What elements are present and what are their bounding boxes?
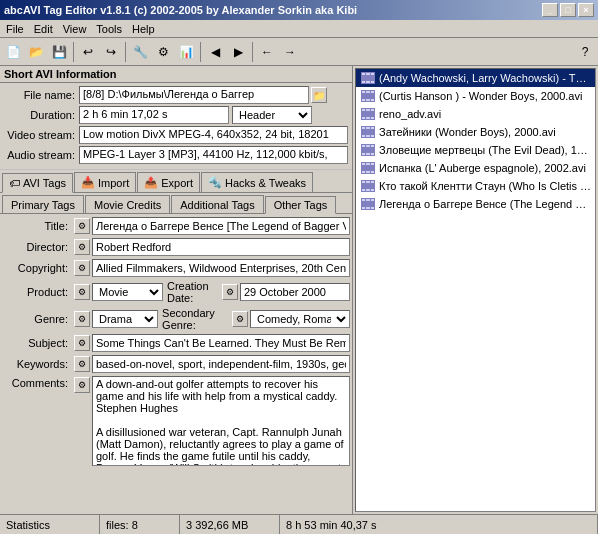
director-input[interactable] <box>92 238 350 256</box>
subtab-primary[interactable]: Primary Tags <box>2 195 84 213</box>
svg-rect-24 <box>371 127 374 129</box>
tool3-button[interactable]: 📊 <box>175 41 197 63</box>
svg-rect-41 <box>371 171 374 173</box>
arrow-right-button[interactable]: → <box>279 41 301 63</box>
genre-select[interactable]: Drama <box>92 310 158 328</box>
film-icon <box>360 125 376 139</box>
open-button[interactable]: 📂 <box>25 41 47 63</box>
list-item[interactable]: (Andy Wachowski, Larry Wachowski) - The … <box>356 69 595 87</box>
svg-rect-11 <box>362 99 365 101</box>
maximize-button[interactable]: □ <box>560 3 576 17</box>
list-item[interactable]: Легенда о Баггере Венсе (The Legend of B… <box>356 195 595 213</box>
toolbar: 📄 📂 💾 ↩ ↪ 🔧 ⚙ 📊 ◀ ▶ ← → ? <box>0 38 598 66</box>
comments-input[interactable] <box>92 376 350 466</box>
window-controls[interactable]: _ □ × <box>542 3 594 17</box>
creation-date-input[interactable] <box>240 283 350 301</box>
copyright-icon-btn[interactable]: ⚙ <box>74 260 90 276</box>
tab-export[interactable]: 📤 Export <box>137 172 200 192</box>
secondary-genre-select[interactable]: Comedy, Romance <box>250 310 350 328</box>
tab-hacks[interactable]: 🔩 Hacks & Tweaks <box>201 172 313 192</box>
subject-icon-btn[interactable]: ⚙ <box>74 335 90 351</box>
director-icon-btn[interactable]: ⚙ <box>74 239 90 255</box>
close-button[interactable]: × <box>578 3 594 17</box>
menu-edit[interactable]: Edit <box>30 22 57 36</box>
subtab-credits[interactable]: Movie Credits <box>85 195 170 213</box>
redo-button[interactable]: ↪ <box>100 41 122 63</box>
comments-label: Comments: <box>2 376 72 389</box>
left-panel: Short AVI Information File name: [8/8] D… <box>0 66 353 514</box>
copyright-row: Copyright: ⚙ <box>2 259 350 277</box>
product-select[interactable]: Movie TV Show <box>92 283 163 301</box>
film-icon <box>360 179 376 193</box>
sec-genre-icon-btn[interactable]: ⚙ <box>232 311 248 327</box>
film-icon <box>360 161 376 175</box>
keywords-label: Keywords: <box>2 358 72 370</box>
audio-row: Audio stream: MPEG-1 Layer 3 [MP3], 4410… <box>4 146 348 164</box>
list-item[interactable]: (Curtis Hanson ) - Wonder Boys, 2000.avi <box>356 87 595 105</box>
subtab-bar: Primary Tags Movie Credits Additional Ta… <box>0 193 352 214</box>
undo-button[interactable]: ↩ <box>77 41 99 63</box>
subject-input[interactable] <box>92 334 350 352</box>
svg-rect-27 <box>371 135 374 137</box>
title-icon-btn[interactable]: ⚙ <box>74 218 90 234</box>
comments-icon-btn[interactable]: ⚙ <box>74 377 90 393</box>
svg-rect-40 <box>366 171 370 173</box>
list-item[interactable]: Кто такой Клентти Стаун (Who Is Cletis T… <box>356 177 595 195</box>
title-input[interactable] <box>92 217 350 235</box>
nav-prev-button[interactable]: ◀ <box>204 41 226 63</box>
help-button[interactable]: ? <box>574 41 596 63</box>
svg-rect-8 <box>362 91 365 93</box>
minimize-button[interactable]: _ <box>542 3 558 17</box>
tab-import[interactable]: 📥 Import <box>74 172 136 192</box>
file-browse-button[interactable]: 📁 <box>311 87 327 103</box>
menu-tools[interactable]: Tools <box>92 22 126 36</box>
avi-info-group: File name: [8/8] D:\Фильмы\Легенда о Баг… <box>0 83 352 170</box>
toolbar-sep2 <box>125 42 126 62</box>
product-date-row: Product: ⚙ Movie TV Show Creation Date: … <box>2 280 350 304</box>
menu-view[interactable]: View <box>59 22 91 36</box>
date-icon-btn[interactable]: ⚙ <box>222 284 238 300</box>
list-item-label: (Curtis Hanson ) - Wonder Boys, 2000.avi <box>379 90 582 102</box>
tool1-button[interactable]: 🔧 <box>129 41 151 63</box>
tab-avi-tags[interactable]: 🏷 AVI Tags <box>2 173 73 193</box>
product-icon-btn[interactable]: ⚙ <box>74 284 90 300</box>
product-label: Product: <box>2 286 72 298</box>
form-area: Title: ⚙ Director: ⚙ Copyright: ⚙ Produc… <box>0 214 352 472</box>
files-label: files: 8 <box>106 519 138 531</box>
video-row: Video stream: Low motion DivX MPEG-4, 64… <box>4 126 348 144</box>
nav-next-button[interactable]: ▶ <box>227 41 249 63</box>
genre-row: Genre: ⚙ Drama Secondary Genre: ⚙ Comedy… <box>2 307 350 331</box>
list-item[interactable]: Зловещие мертвецы (The Evil Dead), 1981.… <box>356 141 595 159</box>
menu-help[interactable]: Help <box>128 22 159 36</box>
svg-rect-29 <box>362 145 365 147</box>
time-section: 8 h 53 min 40,37 s <box>280 515 598 534</box>
new-button[interactable]: 📄 <box>2 41 24 63</box>
svg-rect-54 <box>366 207 370 209</box>
list-item[interactable]: Затейники (Wonder Boys), 2000.avi <box>356 123 595 141</box>
svg-rect-15 <box>362 109 365 111</box>
director-label: Director: <box>2 241 72 253</box>
svg-rect-36 <box>362 163 365 165</box>
file-row: File name: [8/8] D:\Фильмы\Легенда о Баг… <box>4 86 348 104</box>
genre-icon-btn[interactable]: ⚙ <box>74 311 90 327</box>
subtab-other[interactable]: Other Tags <box>265 196 337 214</box>
tool2-button[interactable]: ⚙ <box>152 41 174 63</box>
list-item[interactable]: Испанка (L' Auberge espagnole), 2002.avi <box>356 159 595 177</box>
keywords-row: Keywords: ⚙ <box>2 355 350 373</box>
keywords-icon-btn[interactable]: ⚙ <box>74 356 90 372</box>
list-item-label: Кто такой Клентти Стаун (Who Is Cletis T… <box>379 180 591 192</box>
list-item[interactable]: reno_adv.avi <box>356 105 595 123</box>
subtab-additional[interactable]: Additional Tags <box>171 195 263 213</box>
video-value: Low motion DivX MPEG-4, 640x352, 24 bit,… <box>79 126 348 144</box>
svg-rect-6 <box>371 81 374 83</box>
duration-type-select[interactable]: Header <box>232 106 312 124</box>
save-button[interactable]: 💾 <box>48 41 70 63</box>
genre-label: Genre: <box>2 313 72 325</box>
keywords-input[interactable] <box>92 355 350 373</box>
copyright-input[interactable] <box>92 259 350 277</box>
svg-rect-10 <box>371 91 374 93</box>
svg-rect-48 <box>371 189 374 191</box>
menu-file[interactable]: File <box>2 22 28 36</box>
svg-rect-46 <box>362 189 365 191</box>
arrow-left-button[interactable]: ← <box>256 41 278 63</box>
